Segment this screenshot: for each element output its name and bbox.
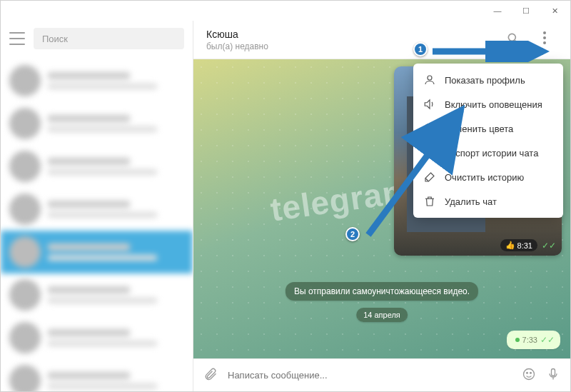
- chat-title: Ксюша: [206, 29, 506, 40]
- menu-change-colors[interactable]: Изменить цвета: [413, 116, 563, 141]
- message-time: 7:33: [522, 336, 537, 344]
- chat-list-item[interactable]: [1, 188, 193, 231]
- menu-export-history[interactable]: Экспорт истории чата: [413, 141, 563, 165]
- message-input[interactable]: [228, 370, 512, 381]
- reaction-badge[interactable]: 👍 8:31: [500, 239, 537, 251]
- menu-clear-history[interactable]: Очистить историю: [413, 165, 563, 189]
- svg-point-0: [508, 34, 515, 41]
- media-dot-icon: [515, 338, 520, 342]
- chat-more-options-button[interactable]: [536, 31, 553, 49]
- outgoing-message[interactable]: 7:33 ✓✓: [507, 331, 560, 349]
- chat-header: Ксюша был(а) недавно: [193, 21, 570, 59]
- chat-list-item[interactable]: [1, 59, 193, 102]
- attach-icon[interactable]: [203, 367, 218, 384]
- annotation-callout-1: 1: [413, 42, 428, 56]
- search-input[interactable]: Поиск: [34, 28, 184, 49]
- svg-point-3: [524, 368, 535, 379]
- svg-point-4: [527, 372, 528, 373]
- voice-icon[interactable]: [546, 367, 560, 384]
- menu-hamburger-icon[interactable]: [9, 32, 25, 45]
- app-window: — ☐ ✕ Поиск Ксюша: [0, 0, 571, 392]
- window-close-button[interactable]: ✕: [540, 1, 569, 20]
- svg-line-1: [515, 40, 518, 43]
- window-maximize-button[interactable]: ☐: [512, 1, 540, 20]
- window-minimize-button[interactable]: —: [483, 1, 512, 20]
- service-message: Вы отправили самоуничтожающееся видео.: [286, 282, 478, 301]
- chat-list: [1, 59, 193, 391]
- emoji-icon[interactable]: [522, 367, 536, 384]
- chat-list-item[interactable]: [1, 102, 193, 145]
- read-checkmarks-icon: ✓✓: [540, 335, 555, 345]
- svg-point-5: [530, 372, 532, 373]
- message-composer: [193, 358, 570, 391]
- chat-list-item-active[interactable]: [1, 231, 193, 273]
- sidebar: Поиск: [1, 21, 193, 391]
- chat-list-item[interactable]: [1, 316, 193, 359]
- search-in-chat-icon[interactable]: [506, 31, 520, 49]
- chat-list-item[interactable]: [1, 273, 193, 316]
- menu-enable-notifications[interactable]: Включить оповещения: [413, 92, 563, 116]
- window-titlebar: — ☐ ✕: [1, 1, 570, 21]
- read-checkmarks-icon: ✓✓: [542, 241, 556, 251]
- thumbs-up-icon: 👍: [505, 241, 515, 250]
- chat-options-dropdown: Показать профиль Включить оповещения Изм…: [413, 64, 563, 218]
- annotation-callout-2: 2: [345, 227, 360, 241]
- svg-rect-6: [552, 368, 555, 376]
- chat-list-item[interactable]: [1, 145, 193, 188]
- menu-delete-chat[interactable]: Удалить чат: [413, 189, 563, 213]
- chat-panel: Ксюша был(а) недавно telegramas.ru: [193, 21, 570, 391]
- menu-show-profile[interactable]: Показать профиль: [413, 68, 563, 92]
- svg-point-2: [428, 76, 432, 80]
- chat-status: был(а) недавно: [206, 41, 506, 51]
- chat-list-item[interactable]: [1, 359, 193, 391]
- date-divider: 14 апреля: [356, 308, 408, 322]
